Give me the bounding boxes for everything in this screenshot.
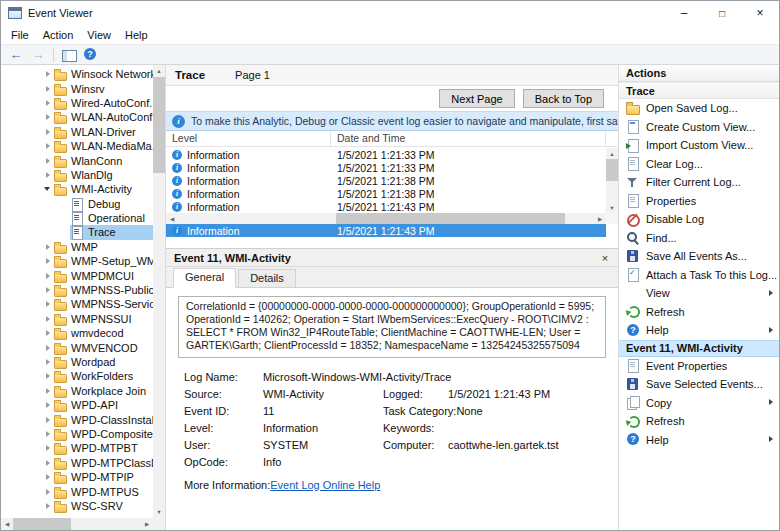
- action-item[interactable]: Help: [619, 321, 779, 340]
- scrollbar-thumb[interactable]: [606, 159, 618, 181]
- scroll-left-icon[interactable]: [166, 213, 178, 224]
- close-pane-icon[interactable]: ×: [597, 251, 613, 265]
- action-item[interactable]: Save Selected Events...: [619, 375, 779, 394]
- scroll-right-icon[interactable]: [141, 518, 153, 530]
- expand-arrow-icon[interactable]: [60, 227, 70, 237]
- tree-item[interactable]: WorkFolders: [1, 369, 153, 383]
- toolbar-button[interactable]: [80, 46, 102, 64]
- expand-arrow-icon[interactable]: [43, 501, 53, 511]
- column-header[interactable]: Date and Time: [331, 131, 606, 146]
- action-item[interactable]: Create Custom View...: [619, 118, 779, 137]
- action-item[interactable]: View: [619, 284, 779, 303]
- scrollbar-thumb[interactable]: [153, 77, 165, 173]
- expand-arrow-icon[interactable]: [43, 386, 53, 396]
- expand-arrow-icon[interactable]: [60, 199, 70, 209]
- scrollbar-thumb[interactable]: [13, 518, 71, 530]
- tree-item[interactable]: WPD-ClassInstal...: [1, 412, 153, 426]
- event-log-online-help-link[interactable]: Event Log Online Help: [270, 479, 380, 491]
- event-row[interactable]: Information 1/5/2021 1:21:43 PM: [166, 224, 606, 237]
- scrollbar-track[interactable]: [606, 181, 618, 202]
- event-row[interactable]: Information 1/5/2021 1:21:38 PM: [166, 187, 606, 200]
- scroll-left-icon[interactable]: [1, 518, 13, 530]
- scrollbar-track[interactable]: [565, 213, 594, 224]
- tab[interactable]: General: [173, 268, 236, 288]
- action-item[interactable]: Open Saved Log...: [619, 99, 779, 118]
- expand-arrow-icon[interactable]: [43, 443, 53, 453]
- tree-item[interactable]: WLAN-Driver: [1, 125, 153, 139]
- tree-item[interactable]: Workplace Join: [1, 384, 153, 398]
- action-item[interactable]: Save All Events As...: [619, 247, 779, 266]
- tree-item[interactable]: WLAN-AutoConf...: [1, 110, 153, 124]
- toolbar-button[interactable]: [58, 46, 80, 64]
- menu-item[interactable]: File: [4, 27, 36, 43]
- scrollbar-track[interactable]: [153, 173, 165, 506]
- expand-arrow-icon[interactable]: [43, 84, 53, 94]
- expand-arrow-icon[interactable]: [43, 141, 53, 151]
- expand-arrow-icon[interactable]: [43, 271, 53, 281]
- expand-arrow-icon[interactable]: [43, 400, 53, 410]
- menu-item[interactable]: Help: [118, 27, 155, 43]
- tree-item[interactable]: WMPNSS-Servic...: [1, 297, 153, 311]
- maximize-button[interactable]: □: [703, 1, 741, 25]
- expand-arrow-icon[interactable]: [43, 314, 53, 324]
- tree-item[interactable]: WMPDMCUI: [1, 268, 153, 282]
- scrollbar-track[interactable]: [71, 518, 141, 530]
- action-item[interactable]: Copy: [619, 394, 779, 413]
- tree-item[interactable]: WPD-MTPClassD...: [1, 456, 153, 470]
- expand-arrow-icon[interactable]: [43, 487, 53, 497]
- expand-arrow-icon[interactable]: [43, 343, 53, 353]
- toolbar-button[interactable]: [5, 46, 27, 64]
- list-horizontal-scrollbar[interactable]: [166, 213, 606, 224]
- expand-arrow-icon[interactable]: [43, 184, 53, 194]
- menu-item[interactable]: View: [80, 27, 118, 43]
- tree-item[interactable]: WPD-MTPUS: [1, 484, 153, 498]
- scroll-down-icon[interactable]: [606, 202, 618, 213]
- scrollbar-track[interactable]: [178, 213, 336, 224]
- action-item[interactable]: Properties: [619, 192, 779, 211]
- expand-arrow-icon[interactable]: [43, 242, 53, 252]
- tree-item[interactable]: Operational: [1, 211, 153, 225]
- action-item[interactable]: Help: [619, 431, 779, 450]
- expand-arrow-icon[interactable]: [43, 112, 53, 122]
- tree-item[interactable]: WMPNSSUI: [1, 312, 153, 326]
- expand-arrow-icon[interactable]: [43, 328, 53, 338]
- action-item[interactable]: Find...: [619, 229, 779, 248]
- tree-item[interactable]: WPD-MTPIP: [1, 470, 153, 484]
- tree-item[interactable]: wmvdecod: [1, 326, 153, 340]
- action-item[interactable]: Import Custom View...: [619, 136, 779, 155]
- tree-item[interactable]: WPD-MTPBT: [1, 441, 153, 455]
- tree-item[interactable]: Winsrv: [1, 81, 153, 95]
- expand-arrow-icon[interactable]: [43, 415, 53, 425]
- tree-item[interactable]: WLAN-MediaMa...: [1, 139, 153, 153]
- expand-arrow-icon[interactable]: [43, 472, 53, 482]
- scrollbar-thumb[interactable]: [336, 213, 565, 224]
- expand-arrow-icon[interactable]: [43, 127, 53, 137]
- tree-item[interactable]: WMP: [1, 240, 153, 254]
- expand-arrow-icon[interactable]: [43, 69, 53, 79]
- scroll-up-icon[interactable]: [153, 65, 165, 77]
- tree-item[interactable]: Wordpad: [1, 355, 153, 369]
- expand-arrow-icon[interactable]: [43, 357, 53, 367]
- event-row[interactable]: Information 1/5/2021 1:21:33 PM: [166, 161, 606, 174]
- next-page-button[interactable]: Next Page: [439, 89, 514, 108]
- expand-arrow-icon[interactable]: [43, 299, 53, 309]
- tree-item[interactable]: WMPNSS-Public...: [1, 283, 153, 297]
- tree-item[interactable]: WMI-Activity: [1, 182, 153, 196]
- expand-arrow-icon[interactable]: [60, 213, 70, 223]
- action-item[interactable]: Attach a Task To this Log...: [619, 266, 779, 285]
- tree-horizontal-scrollbar[interactable]: [1, 518, 153, 530]
- actions-section-event[interactable]: Event 11, WMI-Activity: [619, 340, 779, 357]
- event-row[interactable]: Information 1/5/2021 1:21:33 PM: [166, 148, 606, 161]
- scroll-up-icon[interactable]: [606, 148, 618, 159]
- expand-arrow-icon[interactable]: [43, 371, 53, 381]
- scroll-right-icon[interactable]: [594, 213, 606, 224]
- menu-item[interactable]: Action: [36, 27, 81, 43]
- tree-item[interactable]: WPD-API: [1, 398, 153, 412]
- list-vertical-scrollbar[interactable]: [606, 148, 618, 213]
- expand-arrow-icon[interactable]: [43, 256, 53, 266]
- tree-item[interactable]: WPD-Composite...: [1, 427, 153, 441]
- event-row[interactable]: Information 1/5/2021 1:21:38 PM: [166, 174, 606, 187]
- actions-section-trace[interactable]: Trace: [619, 82, 779, 99]
- tree-item[interactable]: WSC-SRV: [1, 499, 153, 513]
- action-item[interactable]: Event Properties: [619, 357, 779, 376]
